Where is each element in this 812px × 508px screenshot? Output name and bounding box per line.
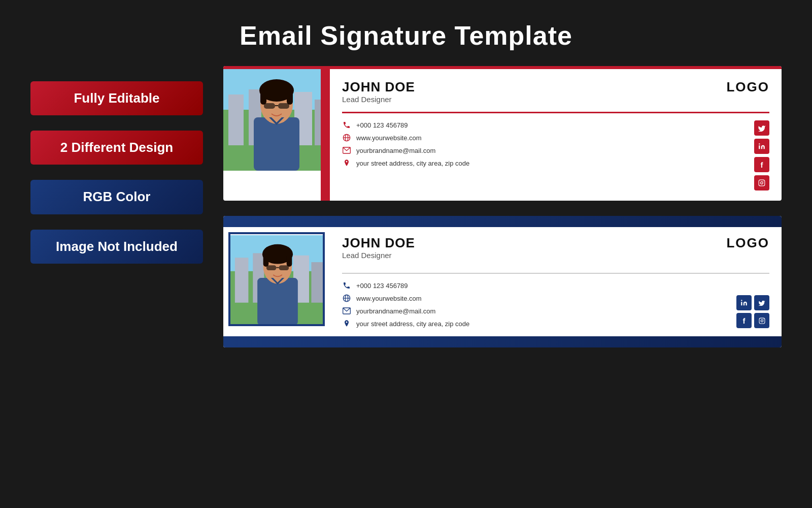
sig1-title: Lead Designer bbox=[342, 95, 415, 104]
sig2-divider bbox=[342, 273, 769, 274]
svg-rect-27 bbox=[235, 258, 249, 303]
svg-point-48 bbox=[761, 320, 763, 322]
sig2-phone: +000 123 456789 bbox=[342, 281, 469, 290]
sig2-address-text: your street address, city area, zip code bbox=[356, 320, 469, 328]
sig2-contact-items: +000 123 456789 ww bbox=[342, 281, 469, 328]
sig1-address-text: your street address, city area, zip code bbox=[356, 160, 469, 167]
svg-rect-37 bbox=[287, 253, 292, 267]
svg-rect-11 bbox=[260, 89, 266, 105]
web-icon-blue bbox=[342, 294, 351, 303]
sig1-email: yourbrandname@mail.com bbox=[342, 146, 469, 155]
sig2-name: JOHN DOE bbox=[342, 235, 415, 251]
sig2-social-icons: f bbox=[736, 295, 769, 328]
sig1-contact-items: +000 123 456789 ww bbox=[342, 120, 469, 168]
sig2-info: JOHN DOE Lead Designer LOGO bbox=[330, 227, 782, 336]
svg-point-49 bbox=[763, 319, 763, 319]
phone-icon bbox=[342, 120, 351, 130]
sig2-email: yourbrandname@mail.com bbox=[342, 306, 469, 315]
sig1-instagram-icon bbox=[754, 175, 769, 190]
sig1-address: your street address, city area, zip code bbox=[342, 158, 469, 168]
svg-rect-2 bbox=[228, 94, 244, 145]
main-layout: Fully Editable 2 Different Design RGB Co… bbox=[0, 66, 812, 347]
svg-rect-7 bbox=[254, 117, 299, 171]
badge-different-design: 2 Different Design bbox=[30, 131, 203, 165]
sig2-twitter-icon bbox=[754, 295, 769, 310]
svg-point-46 bbox=[741, 300, 742, 301]
badge-rgb-color: RGB Color bbox=[30, 180, 203, 214]
signature-previews: JOHN DOE Lead Designer LOGO bbox=[203, 66, 782, 347]
sig1-website: www.yourwebsite.com bbox=[342, 133, 469, 142]
sig1-photo bbox=[223, 69, 330, 171]
sig2-email-text: yourbrandname@mail.com bbox=[356, 307, 435, 315]
sig1-red-stripe bbox=[321, 69, 330, 201]
sig2-photo bbox=[228, 232, 325, 326]
sig1-phone: +000 123 456789 bbox=[342, 120, 469, 130]
sig1-contacts: +000 123 456789 ww bbox=[342, 120, 769, 190]
signature-card-2: JOHN DOE Lead Designer LOGO bbox=[223, 216, 782, 347]
sig2-photo-wrapper bbox=[223, 227, 330, 336]
sig1-logo: LOGO bbox=[726, 79, 769, 95]
svg-rect-14 bbox=[278, 103, 289, 109]
badge-fully-editable: Fully Editable bbox=[30, 81, 203, 115]
svg-point-24 bbox=[763, 181, 764, 181]
sig1-email-text: yourbrandname@mail.com bbox=[356, 147, 435, 154]
sig1-name: JOHN DOE bbox=[342, 79, 415, 95]
sig1-website-text: www.yourwebsite.com bbox=[356, 134, 422, 142]
sig2-title: Lead Designer bbox=[342, 251, 415, 260]
sig1-social-icons: f bbox=[754, 120, 769, 190]
sig2-top-bar bbox=[223, 216, 782, 227]
svg-rect-39 bbox=[279, 265, 289, 270]
location-icon-blue bbox=[342, 319, 351, 328]
sig2-address: your street address, city area, zip code bbox=[342, 319, 469, 328]
sig1-twitter-icon bbox=[754, 120, 769, 136]
sig1-photo-wrapper bbox=[223, 69, 330, 201]
sig2-linkedin-icon bbox=[736, 295, 752, 310]
sig1-body: JOHN DOE Lead Designer LOGO bbox=[223, 69, 782, 201]
sig2-logo: LOGO bbox=[726, 235, 769, 251]
sig2-facebook-icon: f bbox=[736, 313, 752, 328]
email-icon-blue bbox=[342, 306, 351, 315]
signature-card-1: JOHN DOE Lead Designer LOGO bbox=[223, 66, 782, 201]
svg-rect-31 bbox=[311, 262, 325, 303]
feature-badges: Fully Editable 2 Different Design RGB Co… bbox=[30, 66, 203, 347]
sig2-body: JOHN DOE Lead Designer LOGO bbox=[223, 227, 782, 336]
location-icon bbox=[342, 158, 351, 168]
sig1-facebook-icon: f bbox=[754, 157, 769, 172]
web-icon bbox=[342, 133, 351, 142]
sig1-divider bbox=[342, 112, 769, 113]
svg-rect-22 bbox=[759, 180, 765, 186]
sig2-name-row: JOHN DOE Lead Designer LOGO bbox=[342, 235, 769, 266]
sig1-phone-text: +000 123 456789 bbox=[356, 121, 408, 129]
sig2-website-text: www.yourwebsite.com bbox=[356, 295, 422, 302]
sig1-name-row: JOHN DOE Lead Designer LOGO bbox=[342, 79, 769, 110]
svg-rect-12 bbox=[287, 89, 293, 105]
page-title: Email Signature Template bbox=[0, 0, 812, 66]
svg-rect-36 bbox=[263, 253, 269, 267]
badge-image-not-included: Image Not Included bbox=[30, 230, 203, 264]
sig2-bottom-bar bbox=[223, 336, 782, 347]
svg-rect-32 bbox=[257, 278, 298, 325]
sig2-website: www.yourwebsite.com bbox=[342, 294, 469, 303]
svg-rect-47 bbox=[759, 318, 765, 324]
sig2-phone-text: +000 123 456789 bbox=[356, 282, 408, 290]
phone-icon-blue bbox=[342, 281, 351, 290]
sig1-info: JOHN DOE Lead Designer LOGO bbox=[330, 69, 782, 201]
svg-point-21 bbox=[759, 143, 760, 144]
email-icon bbox=[342, 146, 351, 155]
sig2-instagram-icon bbox=[754, 313, 769, 328]
svg-point-23 bbox=[761, 182, 763, 184]
sig2-contacts: +000 123 456789 ww bbox=[342, 281, 769, 328]
svg-rect-13 bbox=[264, 103, 275, 109]
svg-rect-38 bbox=[266, 265, 276, 270]
sig1-linkedin-icon bbox=[754, 139, 769, 154]
